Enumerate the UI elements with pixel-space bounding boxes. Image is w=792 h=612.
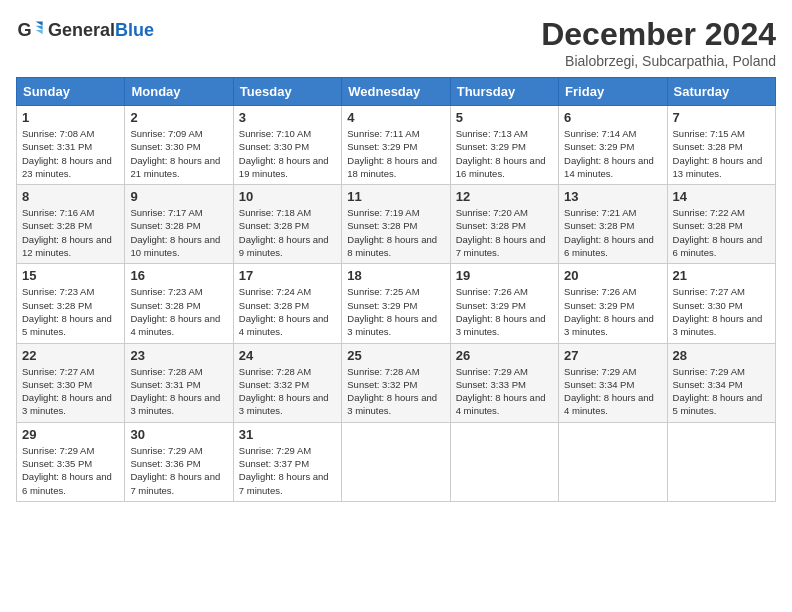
day-info: Sunrise: 7:29 AMSunset: 3:34 PMDaylight:… [673,365,770,418]
calendar-week-3: 15Sunrise: 7:23 AMSunset: 3:28 PMDayligh… [17,264,776,343]
calendar-cell: 27Sunrise: 7:29 AMSunset: 3:34 PMDayligh… [559,343,667,422]
day-number: 28 [673,348,770,363]
calendar-cell: 16Sunrise: 7:23 AMSunset: 3:28 PMDayligh… [125,264,233,343]
day-info: Sunrise: 7:10 AMSunset: 3:30 PMDaylight:… [239,127,336,180]
day-info: Sunrise: 7:11 AMSunset: 3:29 PMDaylight:… [347,127,444,180]
calendar-cell: 11Sunrise: 7:19 AMSunset: 3:28 PMDayligh… [342,185,450,264]
day-info: Sunrise: 7:15 AMSunset: 3:28 PMDaylight:… [673,127,770,180]
day-info: Sunrise: 7:27 AMSunset: 3:30 PMDaylight:… [673,285,770,338]
day-info: Sunrise: 7:21 AMSunset: 3:28 PMDaylight:… [564,206,661,259]
logo-icon: G [16,16,44,44]
calendar-cell: 31Sunrise: 7:29 AMSunset: 3:37 PMDayligh… [233,422,341,501]
calendar-cell: 12Sunrise: 7:20 AMSunset: 3:28 PMDayligh… [450,185,558,264]
day-info: Sunrise: 7:08 AMSunset: 3:31 PMDaylight:… [22,127,119,180]
calendar-cell [559,422,667,501]
day-number: 1 [22,110,119,125]
day-number: 7 [673,110,770,125]
calendar-cell: 1Sunrise: 7:08 AMSunset: 3:31 PMDaylight… [17,106,125,185]
calendar-week-1: 1Sunrise: 7:08 AMSunset: 3:31 PMDaylight… [17,106,776,185]
calendar-cell: 17Sunrise: 7:24 AMSunset: 3:28 PMDayligh… [233,264,341,343]
day-info: Sunrise: 7:28 AMSunset: 3:32 PMDaylight:… [347,365,444,418]
day-number: 16 [130,268,227,283]
day-info: Sunrise: 7:23 AMSunset: 3:28 PMDaylight:… [130,285,227,338]
day-info: Sunrise: 7:29 AMSunset: 3:35 PMDaylight:… [22,444,119,497]
logo-text: GeneralBlue [48,20,154,41]
logo-blue: Blue [115,20,154,40]
day-number: 25 [347,348,444,363]
col-header-thursday: Thursday [450,78,558,106]
calendar-cell: 19Sunrise: 7:26 AMSunset: 3:29 PMDayligh… [450,264,558,343]
calendar-cell [667,422,775,501]
day-number: 9 [130,189,227,204]
day-number: 26 [456,348,553,363]
calendar-cell [450,422,558,501]
calendar-cell: 24Sunrise: 7:28 AMSunset: 3:32 PMDayligh… [233,343,341,422]
calendar-cell: 3Sunrise: 7:10 AMSunset: 3:30 PMDaylight… [233,106,341,185]
day-number: 8 [22,189,119,204]
page-header: G GeneralBlue December 2024 Bialobrzegi,… [16,16,776,69]
day-number: 12 [456,189,553,204]
calendar-cell: 22Sunrise: 7:27 AMSunset: 3:30 PMDayligh… [17,343,125,422]
col-header-tuesday: Tuesday [233,78,341,106]
svg-marker-1 [36,22,43,26]
day-number: 10 [239,189,336,204]
day-info: Sunrise: 7:09 AMSunset: 3:30 PMDaylight:… [130,127,227,180]
calendar-cell [342,422,450,501]
calendar-week-4: 22Sunrise: 7:27 AMSunset: 3:30 PMDayligh… [17,343,776,422]
calendar-cell: 5Sunrise: 7:13 AMSunset: 3:29 PMDaylight… [450,106,558,185]
day-number: 4 [347,110,444,125]
day-number: 6 [564,110,661,125]
calendar-cell: 10Sunrise: 7:18 AMSunset: 3:28 PMDayligh… [233,185,341,264]
svg-text:G: G [17,20,31,40]
day-number: 3 [239,110,336,125]
day-number: 23 [130,348,227,363]
col-header-friday: Friday [559,78,667,106]
day-info: Sunrise: 7:17 AMSunset: 3:28 PMDaylight:… [130,206,227,259]
day-info: Sunrise: 7:29 AMSunset: 3:36 PMDaylight:… [130,444,227,497]
calendar-week-2: 8Sunrise: 7:16 AMSunset: 3:28 PMDaylight… [17,185,776,264]
day-info: Sunrise: 7:29 AMSunset: 3:33 PMDaylight:… [456,365,553,418]
calendar-cell: 7Sunrise: 7:15 AMSunset: 3:28 PMDaylight… [667,106,775,185]
day-info: Sunrise: 7:26 AMSunset: 3:29 PMDaylight:… [564,285,661,338]
day-info: Sunrise: 7:25 AMSunset: 3:29 PMDaylight:… [347,285,444,338]
calendar-cell: 2Sunrise: 7:09 AMSunset: 3:30 PMDaylight… [125,106,233,185]
col-header-monday: Monday [125,78,233,106]
calendar-cell: 6Sunrise: 7:14 AMSunset: 3:29 PMDaylight… [559,106,667,185]
calendar-cell: 30Sunrise: 7:29 AMSunset: 3:36 PMDayligh… [125,422,233,501]
day-info: Sunrise: 7:19 AMSunset: 3:28 PMDaylight:… [347,206,444,259]
day-info: Sunrise: 7:29 AMSunset: 3:37 PMDaylight:… [239,444,336,497]
day-number: 24 [239,348,336,363]
title-area: December 2024 Bialobrzegi, Subcarpathia,… [541,16,776,69]
calendar-cell: 20Sunrise: 7:26 AMSunset: 3:29 PMDayligh… [559,264,667,343]
day-info: Sunrise: 7:28 AMSunset: 3:31 PMDaylight:… [130,365,227,418]
day-number: 18 [347,268,444,283]
location-title: Bialobrzegi, Subcarpathia, Poland [541,53,776,69]
calendar-cell: 18Sunrise: 7:25 AMSunset: 3:29 PMDayligh… [342,264,450,343]
col-header-wednesday: Wednesday [342,78,450,106]
calendar-table: SundayMondayTuesdayWednesdayThursdayFrid… [16,77,776,502]
day-number: 22 [22,348,119,363]
day-number: 30 [130,427,227,442]
calendar-cell: 13Sunrise: 7:21 AMSunset: 3:28 PMDayligh… [559,185,667,264]
day-info: Sunrise: 7:20 AMSunset: 3:28 PMDaylight:… [456,206,553,259]
svg-marker-2 [36,26,43,30]
day-number: 11 [347,189,444,204]
day-info: Sunrise: 7:28 AMSunset: 3:32 PMDaylight:… [239,365,336,418]
calendar-cell: 4Sunrise: 7:11 AMSunset: 3:29 PMDaylight… [342,106,450,185]
day-info: Sunrise: 7:24 AMSunset: 3:28 PMDaylight:… [239,285,336,338]
day-info: Sunrise: 7:13 AMSunset: 3:29 PMDaylight:… [456,127,553,180]
day-number: 13 [564,189,661,204]
calendar-cell: 15Sunrise: 7:23 AMSunset: 3:28 PMDayligh… [17,264,125,343]
day-number: 20 [564,268,661,283]
calendar-cell: 23Sunrise: 7:28 AMSunset: 3:31 PMDayligh… [125,343,233,422]
day-number: 5 [456,110,553,125]
month-title: December 2024 [541,16,776,53]
svg-marker-3 [36,30,43,34]
calendar-header-row: SundayMondayTuesdayWednesdayThursdayFrid… [17,78,776,106]
day-info: Sunrise: 7:18 AMSunset: 3:28 PMDaylight:… [239,206,336,259]
day-number: 31 [239,427,336,442]
calendar-week-5: 29Sunrise: 7:29 AMSunset: 3:35 PMDayligh… [17,422,776,501]
col-header-saturday: Saturday [667,78,775,106]
day-number: 29 [22,427,119,442]
calendar-cell: 29Sunrise: 7:29 AMSunset: 3:35 PMDayligh… [17,422,125,501]
